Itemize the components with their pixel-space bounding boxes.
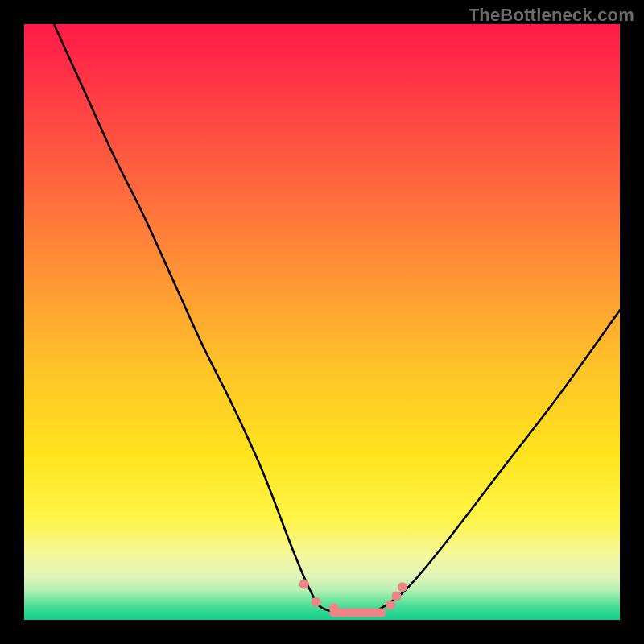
background-gradient xyxy=(24,24,620,620)
chart-frame: TheBottleneck.com xyxy=(0,0,644,644)
svg-rect-0 xyxy=(24,24,620,620)
watermark-label: TheBottleneck.com xyxy=(469,5,634,26)
plot-area xyxy=(24,24,620,620)
